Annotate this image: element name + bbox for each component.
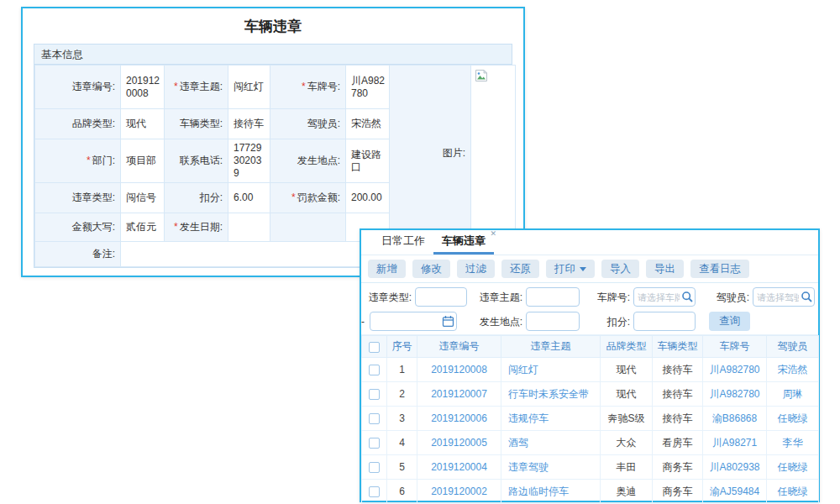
form-field-value: 宋浩然 — [346, 109, 390, 139]
form-field-label: 金额大写: — [35, 213, 121, 242]
toolbar-button-2[interactable]: 修改 — [412, 260, 450, 278]
query-button[interactable]: 查询 — [709, 312, 750, 331]
form-field-label: 违章类型: — [35, 183, 121, 213]
remark-label: 备注: — [35, 242, 121, 267]
vehicle-type-cell: 看房车 — [653, 431, 703, 455]
location-filter-label: 发生地点: — [472, 312, 522, 332]
required-asterisk: * — [302, 81, 306, 92]
plate-filter-label: 车牌号: — [586, 287, 630, 307]
driver-name-link[interactable]: 任晓绿 — [767, 407, 819, 431]
toolbar-button-5[interactable]: 打印 — [546, 260, 595, 278]
toolbar-button-4[interactable]: 还原 — [501, 260, 539, 278]
points-input[interactable] — [633, 312, 696, 331]
calendar-icon[interactable] — [442, 315, 455, 328]
form-field-value: 建设路口 — [346, 139, 390, 183]
violation-topic-link[interactable]: 违规停车 — [501, 407, 601, 431]
column-header[interactable]: 车辆类型 — [653, 336, 703, 358]
form-field-value: 现代 — [121, 109, 165, 139]
form-field-value — [228, 213, 270, 242]
row-checkbox[interactable] — [369, 365, 380, 375]
form-field-label: *违章主题: — [165, 66, 228, 109]
driver-name-link[interactable]: 任晓绿 — [767, 455, 819, 480]
form-field-label: 驾驶员: — [270, 109, 346, 139]
vehicle-type-cell: 商务车 — [653, 480, 703, 504]
plate-number-link[interactable]: 川A982780 — [703, 358, 767, 382]
plate-number-link[interactable]: 川A982780 — [703, 382, 767, 407]
violation-code-link[interactable]: 2019120002 — [417, 480, 501, 504]
form-field-label: *罚款金额: — [270, 183, 346, 213]
location-input[interactable] — [526, 312, 580, 331]
toolbar-button-3[interactable]: 过滤 — [457, 260, 495, 278]
search-icon[interactable] — [801, 291, 814, 304]
image-field-label: 图片: — [390, 66, 471, 242]
form-field-value: 闯红灯 — [228, 66, 270, 109]
violation-type-filter-label: 违章类型: — [361, 287, 412, 307]
form-field-value: 6.00 — [228, 183, 270, 213]
driver-name-link[interactable]: 周琳 — [767, 382, 819, 407]
violation-code-link[interactable]: 2019120004 — [417, 455, 501, 480]
violation-code-link[interactable]: 2019120006 — [417, 407, 501, 431]
column-header[interactable]: 品牌类型 — [601, 336, 653, 358]
search-icon[interactable] — [681, 291, 695, 304]
column-header[interactable]: 序号 — [387, 336, 417, 358]
brand-type-cell: 现代 — [601, 382, 653, 407]
brand-type-cell: 大众 — [601, 431, 653, 455]
form-field-value: 接待车 — [228, 109, 270, 139]
column-header[interactable]: 违章编号 — [417, 336, 501, 358]
violation-code-link[interactable]: 2019120005 — [417, 431, 501, 455]
plate-number-link[interactable]: 渝AJ59484 — [703, 480, 767, 504]
form-field-value: 2019120008 — [121, 66, 165, 109]
toolbar-button-6[interactable]: 导入 — [601, 260, 639, 278]
plate-number-link[interactable]: 渝B86868 — [703, 407, 767, 431]
row-checkbox[interactable] — [369, 462, 380, 473]
violation-topic-filter-label: 违章主题: — [472, 287, 522, 307]
violation-code-link[interactable]: 2019120007 — [417, 382, 501, 407]
plate-number-link[interactable]: 川A98271 — [703, 431, 767, 455]
brand-type-cell: 奔驰S级 — [601, 407, 653, 431]
tab-bar: 日常工作 车辆违章 ✕ — [361, 230, 818, 255]
form-field-label: *部门: — [35, 139, 121, 183]
column-header[interactable]: 车牌号 — [703, 336, 767, 358]
vehicle-type-cell: 商务车 — [653, 455, 703, 480]
driver-name-link[interactable]: 任晓绿 — [767, 480, 819, 504]
violation-topic-link[interactable]: 路边临时停车 — [501, 480, 601, 504]
form-field-value: 17729302039 — [228, 139, 270, 183]
plate-number-link[interactable]: 川A802938 — [703, 455, 767, 480]
tab-vehicle-violation[interactable]: 车辆违章 ✕ — [433, 228, 494, 255]
brand-type-cell: 奥迪 — [601, 480, 653, 504]
column-header[interactable]: 违章主题 — [501, 336, 601, 358]
violation-topic-link[interactable]: 酒驾 — [501, 431, 601, 455]
form-field-label — [270, 213, 346, 242]
form-field-value: 贰佰元 — [121, 213, 165, 242]
column-header[interactable]: 驾驶员 — [767, 336, 819, 358]
select-all-checkbox[interactable] — [369, 342, 380, 353]
driver-name-link[interactable]: 宋浩然 — [767, 358, 819, 382]
form-field-value: 川A982780 — [346, 66, 390, 109]
row-checkbox[interactable] — [369, 389, 380, 400]
section-header: 基本信息 — [34, 45, 512, 65]
tab-daily-work[interactable]: 日常工作 — [373, 228, 433, 255]
toolbar-button-7[interactable]: 导出 — [646, 260, 684, 278]
form-row: 违章编号:2019120008*违章主题:闯红灯*车牌号:川A982780图片: — [35, 66, 516, 109]
required-asterisk: * — [174, 221, 178, 233]
required-asterisk: * — [174, 81, 178, 92]
violation-topic-link[interactable]: 行车时未系安全带 — [501, 382, 601, 407]
brand-type-cell: 现代 — [601, 358, 653, 382]
row-checkbox[interactable] — [369, 413, 380, 424]
violation-topic-input[interactable] — [526, 287, 580, 307]
row-checkbox[interactable] — [369, 486, 380, 497]
close-icon[interactable]: ✕ — [490, 229, 496, 238]
form-field-label: 扣分: — [165, 183, 228, 213]
violation-topic-link[interactable]: 闯红灯 — [501, 358, 601, 382]
violation-code-link[interactable]: 2019120008 — [417, 358, 501, 382]
violation-topic-link[interactable]: 违章驾驶 — [501, 455, 601, 480]
violation-type-input[interactable] — [415, 287, 467, 307]
toolbar-button-1[interactable]: 新增 — [368, 260, 406, 278]
header-checkbox-cell — [362, 336, 387, 358]
toolbar-button-8[interactable]: 查看日志 — [690, 260, 749, 278]
driver-name-link[interactable]: 李华 — [767, 431, 819, 455]
page-title: 车辆违章 — [23, 8, 523, 44]
row-checkbox[interactable] — [369, 438, 380, 449]
table-row: 42019120005酒驾大众看房车川A98271李华 — [362, 431, 819, 455]
table-header-row: 序号违章编号违章主题品牌类型车辆类型车牌号驾驶员 — [362, 336, 819, 358]
